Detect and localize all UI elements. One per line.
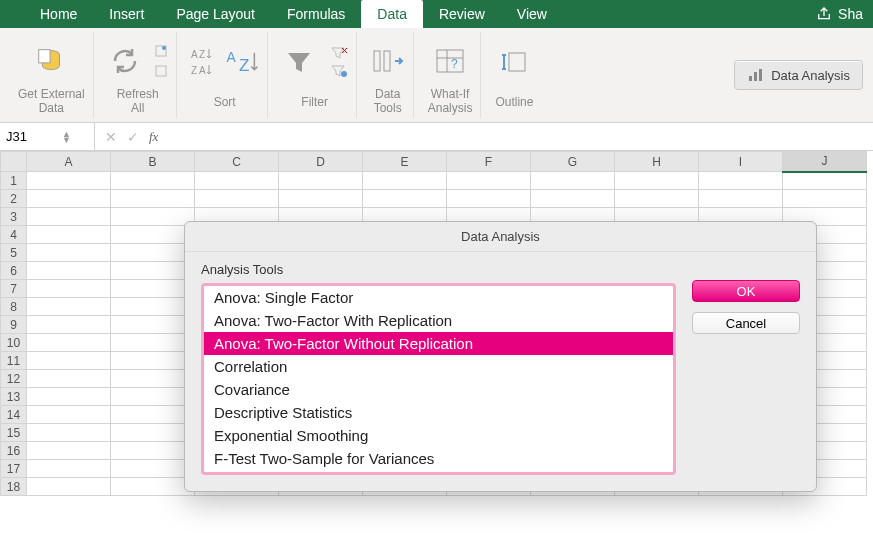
- column-header[interactable]: C: [195, 152, 279, 172]
- row-header[interactable]: 10: [1, 334, 27, 352]
- row-header[interactable]: 11: [1, 352, 27, 370]
- accept-formula-icon[interactable]: ✓: [127, 129, 139, 145]
- row-header[interactable]: 14: [1, 406, 27, 424]
- row-header[interactable]: 17: [1, 460, 27, 478]
- properties-icon[interactable]: [154, 64, 168, 78]
- cell[interactable]: [111, 262, 195, 280]
- ribbon-group-data[interactable]: DataTools: [363, 32, 414, 118]
- tab-home[interactable]: Home: [24, 0, 93, 28]
- cell[interactable]: [111, 352, 195, 370]
- ribbon-group-get-external[interactable]: Get ExternalData: [10, 32, 94, 118]
- ribbon-group-filter[interactable]: Filter: [274, 32, 357, 118]
- analysis-tool-item[interactable]: Correlation: [204, 355, 673, 378]
- cell[interactable]: [279, 172, 363, 190]
- tab-view[interactable]: View: [501, 0, 563, 28]
- cell[interactable]: [27, 424, 111, 442]
- cell[interactable]: [111, 280, 195, 298]
- analysis-tool-item[interactable]: Anova: Single Factor: [204, 286, 673, 309]
- ribbon-group-outline[interactable]: Outline: [487, 32, 541, 118]
- cell[interactable]: [27, 388, 111, 406]
- row-header[interactable]: 16: [1, 442, 27, 460]
- cell[interactable]: [783, 172, 867, 190]
- cell[interactable]: [111, 388, 195, 406]
- cell[interactable]: [699, 172, 783, 190]
- advanced-filter-icon[interactable]: [330, 64, 348, 78]
- cell[interactable]: [27, 406, 111, 424]
- cell[interactable]: [447, 172, 531, 190]
- analysis-tool-item[interactable]: Covariance: [204, 378, 673, 401]
- fx-label[interactable]: fx: [149, 129, 158, 145]
- tab-insert[interactable]: Insert: [93, 0, 160, 28]
- name-box-input[interactable]: [6, 129, 56, 144]
- cell[interactable]: [363, 190, 447, 208]
- row-header[interactable]: 3: [1, 208, 27, 226]
- sort-desc-icon[interactable]: ZA: [191, 63, 213, 77]
- cell[interactable]: [111, 226, 195, 244]
- cell[interactable]: [27, 226, 111, 244]
- cell[interactable]: [27, 280, 111, 298]
- column-header[interactable]: D: [279, 152, 363, 172]
- cell[interactable]: [111, 316, 195, 334]
- row-header[interactable]: 2: [1, 190, 27, 208]
- ribbon-group-refresh[interactable]: RefreshAll: [100, 32, 177, 118]
- cell[interactable]: [111, 370, 195, 388]
- cell[interactable]: [111, 478, 195, 496]
- column-header[interactable]: I: [699, 152, 783, 172]
- formula-input[interactable]: [168, 129, 863, 144]
- column-header[interactable]: E: [363, 152, 447, 172]
- cell[interactable]: [27, 208, 111, 226]
- row-header[interactable]: 1: [1, 172, 27, 190]
- analysis-tool-item[interactable]: F-Test Two-Sample for Variances: [204, 447, 673, 470]
- cell[interactable]: [111, 208, 195, 226]
- sort-asc-icon[interactable]: AZ: [191, 47, 213, 61]
- cell[interactable]: [783, 190, 867, 208]
- cell[interactable]: [111, 334, 195, 352]
- cancel-formula-icon[interactable]: ✕: [105, 129, 117, 145]
- cell[interactable]: [363, 172, 447, 190]
- row-header[interactable]: 8: [1, 298, 27, 316]
- ok-button[interactable]: OK: [692, 280, 800, 302]
- analysis-tool-item[interactable]: Anova: Two-Factor With Replication: [204, 309, 673, 332]
- cell[interactable]: [27, 262, 111, 280]
- cell[interactable]: [27, 172, 111, 190]
- row-header[interactable]: 7: [1, 280, 27, 298]
- ribbon-group-sort[interactable]: AZZAAZSort: [183, 32, 268, 118]
- cell[interactable]: [447, 190, 531, 208]
- row-header[interactable]: 5: [1, 244, 27, 262]
- connections-icon[interactable]: [154, 44, 168, 58]
- analysis-tools-list[interactable]: Anova: Single FactorAnova: Two-Factor Wi…: [201, 283, 676, 475]
- cell[interactable]: [27, 298, 111, 316]
- row-header[interactable]: 6: [1, 262, 27, 280]
- row-header[interactable]: 18: [1, 478, 27, 496]
- column-header[interactable]: B: [111, 152, 195, 172]
- column-header[interactable]: G: [531, 152, 615, 172]
- cell[interactable]: [111, 460, 195, 478]
- cell[interactable]: [27, 334, 111, 352]
- clear-filter-icon[interactable]: [330, 46, 348, 60]
- tab-data[interactable]: Data: [361, 0, 423, 28]
- tab-page-layout[interactable]: Page Layout: [160, 0, 271, 28]
- row-header[interactable]: 12: [1, 370, 27, 388]
- column-header[interactable]: F: [447, 152, 531, 172]
- cancel-button[interactable]: Cancel: [692, 312, 800, 334]
- row-header[interactable]: 9: [1, 316, 27, 334]
- analysis-tool-item[interactable]: Descriptive Statistics: [204, 401, 673, 424]
- name-box[interactable]: ▲▼: [0, 123, 95, 150]
- row-header[interactable]: 13: [1, 388, 27, 406]
- cell[interactable]: [27, 370, 111, 388]
- data-analysis-button[interactable]: Data Analysis: [734, 60, 863, 90]
- name-box-stepper[interactable]: ▲▼: [62, 131, 71, 143]
- analysis-tool-item[interactable]: Exponential Smoothing: [204, 424, 673, 447]
- cell[interactable]: [195, 172, 279, 190]
- column-header[interactable]: J: [783, 152, 867, 172]
- ribbon-group-what-if[interactable]: ?What-IfAnalysis: [420, 32, 482, 118]
- cell[interactable]: [27, 478, 111, 496]
- select-all-corner[interactable]: [1, 152, 27, 172]
- cell[interactable]: [111, 244, 195, 262]
- cell[interactable]: [699, 190, 783, 208]
- analysis-tool-item[interactable]: Anova: Two-Factor Without Replication: [204, 332, 673, 355]
- column-header[interactable]: H: [615, 152, 699, 172]
- cell[interactable]: [279, 190, 363, 208]
- cell[interactable]: [615, 190, 699, 208]
- cell[interactable]: [27, 352, 111, 370]
